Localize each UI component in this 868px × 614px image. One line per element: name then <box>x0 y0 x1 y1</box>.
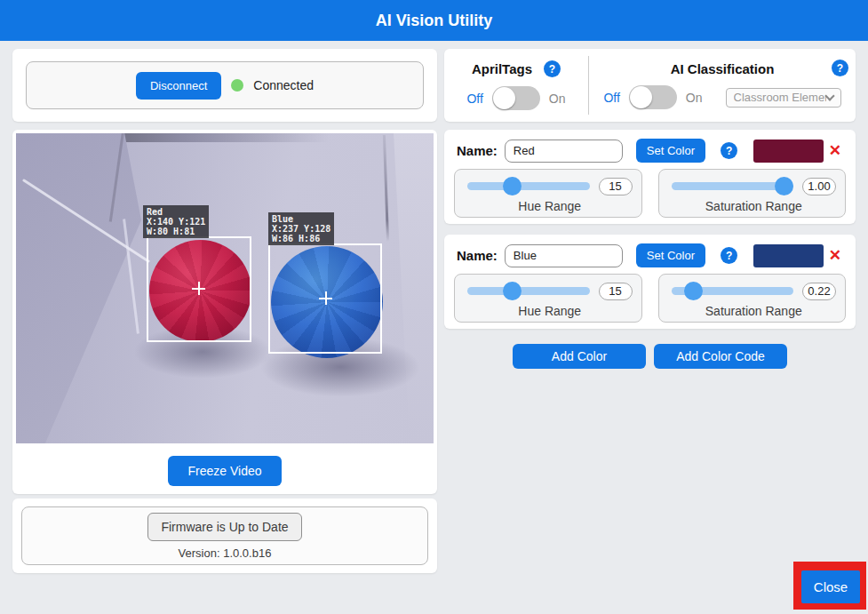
color-swatch <box>753 140 824 163</box>
set-color-button[interactable]: Set Color <box>636 139 705 163</box>
ai-classification-section: AI Classification ? Off On Classroom Ele… <box>589 56 856 115</box>
classification-model-dropdown[interactable]: Classroom Elements <box>726 88 841 108</box>
delete-color-icon[interactable]: ✕ <box>829 248 841 263</box>
hue-range-value[interactable] <box>599 178 633 195</box>
saturation-range-slider[interactable] <box>672 177 794 195</box>
red-detection-wh: W:80 H:81 <box>147 227 205 236</box>
chevron-down-icon <box>824 91 834 100</box>
features-card: AprilTags ? Off On AI Classification ? O… <box>444 49 856 122</box>
apriltags-label: AprilTags <box>472 61 532 76</box>
title-bar: AI Vision Utility <box>0 0 868 41</box>
red-detection-name: Red <box>147 207 205 217</box>
ai-classification-off-label: Off <box>603 91 619 105</box>
saturation-range-label: Saturation Range <box>672 199 837 213</box>
red-detection-xy: X:140 Y:121 <box>147 217 205 227</box>
hue-range-value[interactable] <box>599 283 633 300</box>
red-detection-label: Red X:140 Y:121 W:80 H:81 <box>143 205 209 238</box>
blue-detection-xy: X:237 Y:128 <box>272 224 330 234</box>
slider-track <box>467 287 590 295</box>
color-swatch <box>753 244 824 267</box>
saturation-range-slider[interactable] <box>672 282 794 300</box>
set-color-button[interactable]: Set Color <box>636 243 705 267</box>
freeze-video-button[interactable]: Freeze Video <box>168 456 281 486</box>
close-button[interactable]: Close <box>801 570 860 603</box>
saturation-range-box: Saturation Range <box>658 169 847 218</box>
hue-range-box: Hue Range <box>454 169 642 218</box>
apriltags-toggle[interactable] <box>492 86 540 110</box>
color-config-blue: Name: Set Color ? ✕ Hue Range <box>444 235 856 329</box>
add-color-button[interactable]: Add Color <box>513 344 646 369</box>
disconnect-button[interactable]: Disconnect <box>136 72 221 100</box>
hue-range-slider[interactable] <box>467 282 590 300</box>
video-crease <box>383 135 389 242</box>
toggle-knob <box>630 86 652 108</box>
connected-status-dot <box>231 79 243 92</box>
toggle-knob <box>493 87 515 109</box>
hue-range-box: Hue Range <box>454 274 642 323</box>
saturation-range-label: Saturation Range <box>672 304 837 318</box>
add-color-code-button[interactable]: Add Color Code <box>654 344 787 369</box>
delete-color-icon[interactable]: ✕ <box>829 143 841 158</box>
blue-detection-wh: W:86 H:86 <box>272 234 330 243</box>
firmware-panel: Firmware is Up to Date Version: 1.0.0.b1… <box>21 506 428 565</box>
connection-card: Disconnect Connected <box>12 49 437 122</box>
apriltags-off-label: Off <box>466 92 482 106</box>
hue-range-label: Hue Range <box>467 304 633 318</box>
blue-center-cross-icon <box>319 291 332 305</box>
color-config-red: Name: Set Color ? ✕ Hue Range <box>444 130 856 224</box>
color-help-icon[interactable]: ? <box>721 247 737 264</box>
camera-card: Red X:140 Y:121 W:80 H:81 Blue X:237 Y:1… <box>12 130 437 494</box>
blue-detection-name: Blue <box>272 214 330 224</box>
apriltags-section: AprilTags ? Off On <box>444 56 589 115</box>
connection-panel: Disconnect Connected <box>26 61 424 109</box>
slider-thumb[interactable] <box>503 177 522 195</box>
page-title: AI Vision Utility <box>376 12 493 30</box>
saturation-range-value[interactable] <box>802 283 836 300</box>
name-label: Name: <box>457 248 498 263</box>
slider-thumb[interactable] <box>775 177 793 195</box>
close-highlight-annotation: Close <box>793 562 866 610</box>
dropdown-selected-value: Classroom Elements <box>734 91 826 104</box>
ai-classification-help-icon[interactable]: ? <box>832 60 848 76</box>
blue-detection-label: Blue X:237 Y:128 W:86 H:86 <box>268 212 334 245</box>
apriltags-on-label: On <box>549 92 566 106</box>
color-help-icon[interactable]: ? <box>721 142 737 159</box>
name-label: Name: <box>457 143 498 158</box>
apriltags-help-icon[interactable]: ? <box>544 60 561 77</box>
color-name-input[interactable] <box>505 140 623 163</box>
firmware-version-label: Version: 1.0.0.b16 <box>179 546 272 560</box>
connection-status-label: Connected <box>253 78 314 92</box>
slider-thumb[interactable] <box>503 282 522 300</box>
firmware-card: Firmware is Up to Date Version: 1.0.0.b1… <box>12 498 437 573</box>
firmware-status-button[interactable]: Firmware is Up to Date <box>147 513 301 541</box>
hue-range-label: Hue Range <box>467 199 633 213</box>
camera-video-feed: Red X:140 Y:121 W:80 H:81 Blue X:237 Y:1… <box>16 133 434 443</box>
saturation-range-value[interactable] <box>802 178 836 195</box>
ai-classification-label: AI Classification <box>671 61 775 76</box>
ai-classification-on-label: On <box>686 91 703 105</box>
slider-thumb[interactable] <box>684 282 703 300</box>
ai-classification-toggle[interactable] <box>629 85 677 109</box>
hue-range-slider[interactable] <box>467 177 590 195</box>
saturation-range-box: Saturation Range <box>658 274 847 323</box>
red-center-cross-icon <box>192 282 205 295</box>
video-right-wall <box>380 133 434 443</box>
slider-track <box>467 182 590 190</box>
color-name-input[interactable] <box>505 244 623 267</box>
